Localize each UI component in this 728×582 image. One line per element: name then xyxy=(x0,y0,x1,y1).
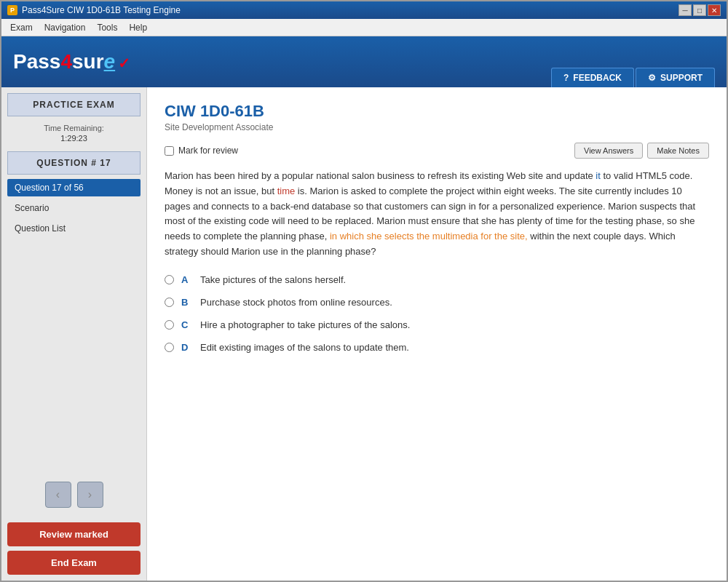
radio-b[interactable] xyxy=(165,298,174,307)
header-band: Pass4sure✓ ? FEEDBACK ⚙ SUPPORT xyxy=(1,36,727,87)
option-b: B Purchase stock photos from online reso… xyxy=(165,297,709,308)
minimize-button[interactable]: ─ xyxy=(678,4,692,16)
option-c-label: C xyxy=(181,319,193,330)
header-action-buttons: ? FEEDBACK ⚙ SUPPORT xyxy=(551,68,715,87)
option-c: C Hire a photographer to take pictures o… xyxy=(165,319,709,330)
option-d: D Edit existing images of the salons to … xyxy=(165,342,709,353)
prev-question-button[interactable]: ‹ xyxy=(45,482,71,508)
content-panel: CIW 1D0-61B Site Development Associate M… xyxy=(147,87,727,581)
mark-review-checkbox[interactable] xyxy=(165,146,174,156)
toolbar-buttons: View Answers Make Notes xyxy=(574,143,709,159)
review-marked-button[interactable]: Review marked xyxy=(7,522,141,546)
title-bar: P Pass4Sure CIW 1D0-61B Testing Engine ─… xyxy=(1,1,727,19)
radio-c[interactable] xyxy=(165,320,174,330)
menu-exam[interactable]: Exam xyxy=(4,21,39,34)
menu-tools[interactable]: Tools xyxy=(91,21,123,34)
answer-options: A Take pictures of the salons herself. B… xyxy=(165,274,709,353)
app-icon: P xyxy=(7,5,17,15)
sidebar-item-current-question[interactable]: Question 17 of 56 xyxy=(7,179,141,196)
option-d-text: Edit existing images of the salons to up… xyxy=(200,342,409,353)
mark-review-container: Mark for review xyxy=(165,146,238,156)
question-number-label: QUESTION # 17 xyxy=(7,151,141,175)
radio-a[interactable] xyxy=(165,275,174,284)
sidebar-item-scenario[interactable]: Scenario xyxy=(7,199,141,217)
feedback-button[interactable]: ? FEEDBACK xyxy=(551,68,634,87)
support-button[interactable]: ⚙ SUPPORT xyxy=(636,68,715,87)
view-answers-button[interactable]: View Answers xyxy=(574,143,643,159)
option-d-label: D xyxy=(181,342,193,353)
main-area: PRACTICE EXAM Time Remaining: 1:29:23 QU… xyxy=(1,87,727,581)
mark-review-label: Mark for review xyxy=(178,146,238,156)
close-button[interactable]: ✕ xyxy=(708,4,721,16)
sidebar-item-question-list[interactable]: Question List xyxy=(7,220,141,237)
option-a: A Take pictures of the salons herself. xyxy=(165,274,709,285)
exam-subtitle: Site Development Associate xyxy=(165,122,709,132)
practice-exam-label: PRACTICE EXAM xyxy=(7,93,141,116)
exam-title: CIW 1D0-61B xyxy=(165,102,709,121)
content-toolbar: Mark for review View Answers Make Notes xyxy=(165,143,709,159)
radio-d[interactable] xyxy=(165,343,174,352)
option-a-text: Take pictures of the salons herself. xyxy=(200,274,346,285)
window-controls: ─ □ ✕ xyxy=(678,4,721,16)
menu-navigation[interactable]: Navigation xyxy=(39,21,92,34)
option-b-text: Purchase stock photos from online resour… xyxy=(200,297,392,308)
option-c-text: Hire a photographer to take pictures of … xyxy=(200,319,410,330)
window-title: Pass4Sure CIW 1D0-61B Testing Engine xyxy=(22,5,674,15)
nav-arrows: ‹ › xyxy=(1,473,146,517)
next-question-button[interactable]: › xyxy=(77,482,103,508)
sidebar-bottom: Review marked End Exam xyxy=(1,517,146,581)
feedback-icon: ? xyxy=(563,73,569,83)
make-notes-button[interactable]: Make Notes xyxy=(647,143,709,159)
logo: Pass4sure✓ xyxy=(13,50,130,73)
logo-text: Pass4sure✓ xyxy=(13,50,130,73)
sidebar: PRACTICE EXAM Time Remaining: 1:29:23 QU… xyxy=(1,87,147,581)
option-a-label: A xyxy=(181,274,193,285)
menu-bar: Exam Navigation Tools Help xyxy=(1,19,727,36)
maximize-button[interactable]: □ xyxy=(693,4,706,16)
main-window: P Pass4Sure CIW 1D0-61B Testing Engine ─… xyxy=(0,0,728,582)
menu-help[interactable]: Help xyxy=(123,21,153,34)
time-remaining-value: 1:29:23 xyxy=(1,134,146,146)
support-icon: ⚙ xyxy=(648,73,656,83)
option-b-label: B xyxy=(181,297,193,308)
question-text: Marion has been hired by a popular natio… xyxy=(165,169,709,260)
end-exam-button[interactable]: End Exam xyxy=(7,551,141,575)
time-remaining-label: Time Remaining: xyxy=(1,122,146,134)
